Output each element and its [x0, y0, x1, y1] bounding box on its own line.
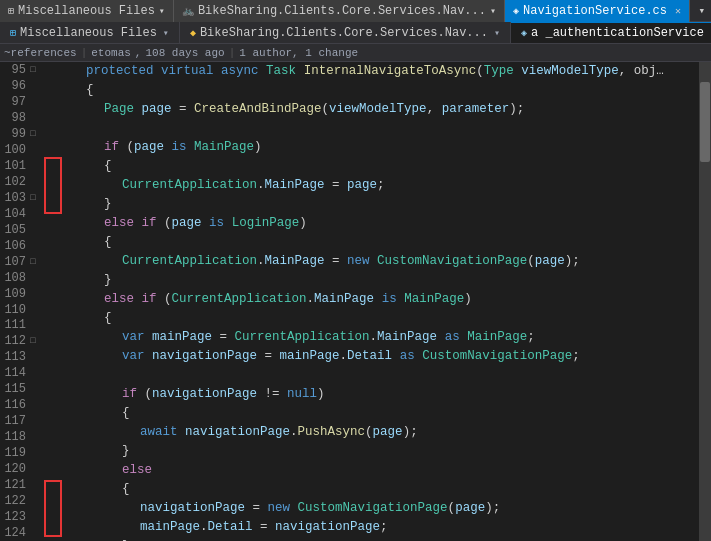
token-plain: , [427, 100, 442, 119]
token-kw: is [382, 290, 397, 309]
tab-navservice[interactable]: ◈ NavigationService.cs ✕ [505, 0, 690, 22]
collapse-button[interactable]: □ [28, 193, 38, 203]
token-var: navigationPage [185, 423, 290, 442]
token-var: page [347, 176, 377, 195]
token-type: CurrentApplication [122, 252, 257, 271]
gutter-row: 106 [0, 238, 42, 254]
token-var: parameter [442, 100, 510, 119]
gutter-row: 108 [0, 270, 42, 286]
info-sep2: , [135, 47, 142, 59]
token-plain [392, 347, 400, 366]
token-kw2: if [142, 214, 157, 233]
line-number: 104 [4, 207, 26, 221]
token-method: CreateAndBindPage [194, 100, 322, 119]
token-plain [437, 328, 445, 347]
token-type: MainPage [467, 328, 527, 347]
token-plain: ) [254, 138, 262, 157]
file-tab-nav-dropdown[interactable]: ▾ [494, 27, 500, 39]
line-number: 109 [4, 287, 26, 301]
line-number: 121 [4, 478, 26, 492]
token-plain: ( [322, 100, 330, 119]
info-refs: ~references [4, 47, 77, 59]
code-line [46, 366, 699, 385]
line-number: 106 [4, 239, 26, 253]
collapse-button[interactable]: □ [28, 65, 38, 75]
file-tab-misc-dropdown[interactable]: ▾ [163, 27, 169, 39]
file-tab-nav[interactable]: ◆ BikeSharing.Clients.Core.Services.Nav.… [180, 22, 511, 43]
collapse-button[interactable]: □ [28, 336, 38, 346]
token-plain [214, 62, 222, 81]
gutter-row: 104 [0, 206, 42, 222]
token-plain [415, 347, 423, 366]
token-var: page [172, 214, 202, 233]
token-plain [154, 62, 162, 81]
token-plain: { [104, 309, 112, 328]
file-tab-misc[interactable]: ⊞ Miscellaneous Files ▾ [0, 22, 180, 43]
line-number: 119 [4, 446, 26, 460]
code-line [46, 119, 699, 138]
code-line: { [46, 309, 699, 328]
token-plain: ) [299, 214, 307, 233]
token-var: navigationPage [152, 385, 257, 404]
token-var: MainPage [377, 328, 437, 347]
token-plain: . [290, 423, 298, 442]
token-kw: new [347, 252, 370, 271]
token-plain: { [104, 233, 112, 252]
gutter-row: 99□ [0, 126, 42, 142]
file-svc-icon: ◈ [521, 27, 527, 39]
file-misc-icon: ⊞ [10, 27, 16, 39]
gutter-row: 116 [0, 397, 42, 413]
token-plain: . [307, 290, 315, 309]
token-kw2: if [104, 138, 119, 157]
token-plain: . [370, 328, 378, 347]
token-plain: ); [403, 423, 418, 442]
token-var: Detail [208, 518, 253, 537]
line-number: 101 [4, 159, 26, 173]
token-plain: = [245, 499, 268, 518]
tab-misc-dropdown[interactable]: ▾ [159, 5, 165, 17]
tab-misc[interactable]: ⊞ Miscellaneous Files ▾ [0, 0, 174, 22]
info-author: etomas [91, 47, 131, 59]
token-type: CurrentApplication [122, 176, 257, 195]
token-plain [134, 290, 142, 309]
token-plain: ( [119, 138, 134, 157]
token-plain [224, 214, 232, 233]
line-number: 102 [4, 175, 26, 189]
file-tab-svc[interactable]: ◈ a _authenticationService [511, 22, 711, 43]
line-number: 122 [4, 494, 26, 508]
collapse-button[interactable]: □ [28, 257, 38, 267]
token-plain: ); [485, 499, 500, 518]
token-kw2: else [104, 214, 134, 233]
token-plain: ( [476, 62, 484, 81]
token-var: MainPage [265, 176, 325, 195]
token-var: navigationPage [275, 518, 380, 537]
tab-close-button[interactable]: ✕ [675, 5, 681, 17]
code-line: } [46, 442, 699, 461]
tab-dropdown-button[interactable]: ▾ [692, 4, 711, 17]
token-plain: . [257, 252, 265, 271]
code-line: mainPage.Detail = navigationPage; [46, 518, 699, 537]
token-plain: } [122, 442, 130, 461]
gutter-row: 100 [0, 142, 42, 158]
token-type: Page [104, 100, 134, 119]
token-kw2: else [122, 461, 152, 480]
collapse-button[interactable]: □ [28, 129, 38, 139]
gutter-row: 98 [0, 110, 42, 126]
token-plain: ; [527, 328, 535, 347]
gutter-row: 96 [0, 78, 42, 94]
line-number: 108 [4, 271, 26, 285]
gutter-row: 123 [0, 509, 42, 525]
tab-bikesharing-dropdown[interactable]: ▾ [490, 5, 496, 17]
token-var: mainPage [152, 328, 212, 347]
gutter-row: 124 [0, 525, 42, 541]
gutter-row: 107□ [0, 254, 42, 270]
scrollbar-thumb[interactable] [700, 82, 710, 162]
line-number: 113 [4, 350, 26, 364]
line-number: 111 [4, 318, 26, 332]
token-plain: , obj… [619, 62, 664, 81]
token-plain: ; [377, 176, 385, 195]
scrollbar[interactable] [699, 62, 711, 541]
token-var: navigationPage [152, 347, 257, 366]
line-number: 117 [4, 414, 26, 428]
tab-bikesharing[interactable]: 🚲 BikeSharing.Clients.Core.Services.Nav.… [174, 0, 505, 22]
